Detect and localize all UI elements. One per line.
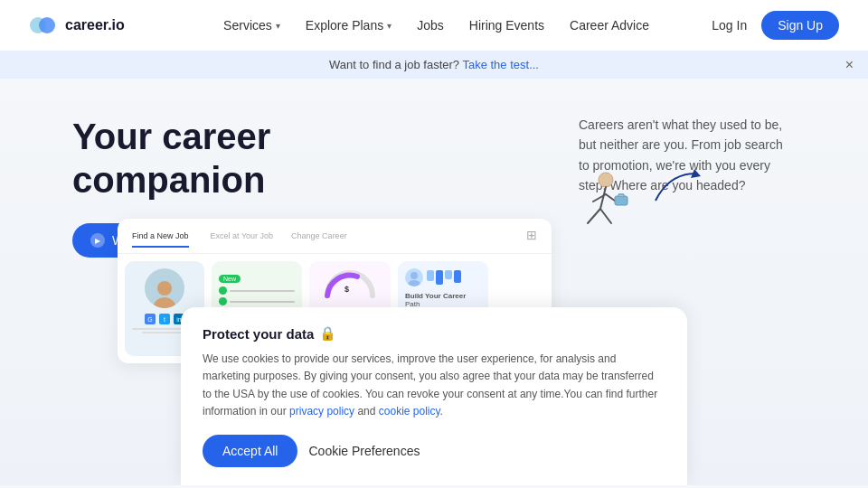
main-nav: Services ▾ Explore Plans ▾ Jobs Hiring E… <box>161 18 712 33</box>
svg-point-1 <box>39 17 55 33</box>
banner-close-button[interactable]: × <box>845 57 854 73</box>
accept-all-button[interactable]: Accept All <box>203 435 297 467</box>
banner-link[interactable]: Take the test... <box>462 58 539 71</box>
services-chevron-icon: ▾ <box>276 21 280 31</box>
cookie-preferences-button[interactable]: Cookie Preferences <box>308 444 420 458</box>
privacy-policy-link[interactable]: privacy policy <box>289 405 354 418</box>
cookie-title: Protect your data 🔒 <box>203 325 665 342</box>
cookie-banner: Protect your data 🔒 We use cookies to pr… <box>181 307 687 485</box>
check-item-1 <box>219 286 295 295</box>
svg-rect-8 <box>615 196 627 205</box>
cookie-body-text: We use cookies to provide our services, … <box>203 351 665 420</box>
cookie-actions: Accept All Cookie Preferences <box>203 435 665 467</box>
svg-line-4 <box>588 209 600 223</box>
new-badge: New <box>219 275 241 283</box>
mockup-tab-find[interactable]: Find a New Job <box>132 228 189 248</box>
svg-point-17 <box>408 280 420 286</box>
logo-text: career.io <box>65 17 125 33</box>
mockup-tab-excel[interactable]: Excel at Your Job <box>211 228 274 248</box>
nav-explore-plans[interactable]: Explore Plans ▾ <box>306 18 392 33</box>
logo-icon <box>29 14 58 36</box>
mockup-tabs: Find a New Job Excel at Your Job Change … <box>118 219 552 254</box>
svg-text:$: $ <box>344 285 349 294</box>
arrow-decoration <box>651 169 705 209</box>
svg-point-13 <box>157 281 172 296</box>
svg-line-5 <box>600 209 611 223</box>
mockup-tab-change[interactable]: Change Career <box>291 228 347 248</box>
nav-career-advice[interactable]: Career Advice <box>570 18 649 33</box>
explore-plans-chevron-icon: ▾ <box>387 21 392 31</box>
illustration <box>561 169 633 254</box>
svg-point-16 <box>410 272 418 279</box>
hero-title: Your career companion <box>72 115 362 202</box>
play-icon: ▶ <box>90 233 105 248</box>
svg-point-2 <box>599 173 613 187</box>
build-career-label: Build Your Career <box>405 292 481 300</box>
top-banner: Want to find a job faster? Take the test… <box>0 51 868 79</box>
login-button[interactable]: Log In <box>712 18 747 33</box>
career-avatar <box>405 268 423 286</box>
cookie-policy-link[interactable]: cookie policy <box>379 405 440 418</box>
header-actions: Log In Sign Up <box>712 11 839 40</box>
person-avatar <box>145 268 184 308</box>
signup-button[interactable]: Sign Up <box>761 11 839 40</box>
logo[interactable]: career.io <box>29 14 125 36</box>
nav-hiring-events[interactable]: Hiring Events <box>469 18 544 33</box>
svg-point-14 <box>154 297 175 308</box>
banner-text: Want to find a job faster? <box>329 58 459 71</box>
nav-jobs[interactable]: Jobs <box>417 18 444 33</box>
nav-services[interactable]: Services ▾ <box>223 18 280 33</box>
mockup-grid-icon: ⊞ <box>526 228 537 248</box>
lock-icon: 🔒 <box>319 325 336 342</box>
check-item-2 <box>219 297 295 305</box>
header: career.io Services ▾ Explore Plans ▾ Job… <box>0 0 868 51</box>
career-skill-bars <box>427 270 481 285</box>
